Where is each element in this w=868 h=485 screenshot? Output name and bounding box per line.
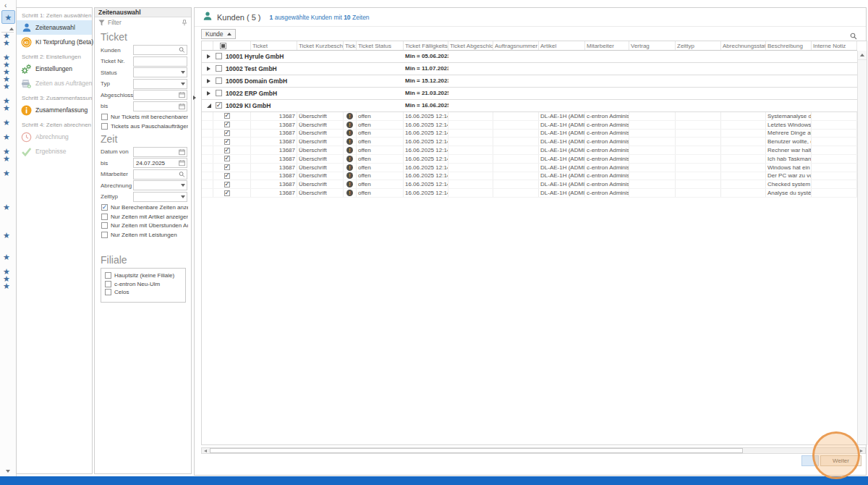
nav-item-ki-textpr-fung-beta-[interactable]: KIKI Textprüfung (Beta) xyxy=(17,35,92,49)
filter-checkbox-nur-zeiten-mit-artikel-anzeigen[interactable]: Nur Zeiten mit Artikel anzeigen xyxy=(101,214,188,220)
filter-checkbox-c-entron-neu-ulm[interactable]: c-entron Neu-Ulm xyxy=(105,281,183,287)
favorite-star-icon[interactable]: ★ xyxy=(3,155,10,162)
group-row[interactable]: 10029 KI GmbHMin = 16.06.2025... xyxy=(202,100,857,112)
checkbox[interactable] xyxy=(101,123,108,130)
chevron-down-icon[interactable] xyxy=(6,470,10,473)
scrollbar-thumb[interactable] xyxy=(210,448,743,453)
favorite-star-icon[interactable]: ★ xyxy=(3,83,10,90)
column-header-auftragsnummer[interactable]: Auftragsnummer xyxy=(493,41,539,50)
calendar-icon[interactable] xyxy=(179,160,185,166)
collapse-group-icon[interactable] xyxy=(207,104,211,108)
checkbox[interactable] xyxy=(105,289,111,295)
horizontal-scrollbar[interactable] xyxy=(201,447,866,454)
calendar-icon[interactable] xyxy=(179,103,185,109)
chevron-down-icon[interactable] xyxy=(181,83,185,85)
vertical-scrollbar[interactable] xyxy=(857,51,867,444)
calendar-icon[interactable] xyxy=(179,148,185,155)
column-header-artikel[interactable]: Artikel xyxy=(539,41,585,50)
favorite-star-icon[interactable]: ★ xyxy=(3,232,10,239)
checkbox[interactable] xyxy=(105,272,111,279)
group-checkbox[interactable] xyxy=(216,102,222,109)
checkbox[interactable] xyxy=(101,204,108,211)
calendar-icon[interactable] xyxy=(179,92,185,98)
filter-checkbox-nur-zeiten-mit-leistungen[interactable]: Nur Zeiten mit Leistungen xyxy=(101,232,188,238)
group-checkbox[interactable] xyxy=(216,90,222,96)
filter-checkbox-nur-zeiten-mit-überstunden-aufschlägen[interactable]: Nur Zeiten mit Überstunden Aufschlägen xyxy=(101,222,188,229)
column-header-ticket-status[interactable]: Ticket Status xyxy=(357,41,404,50)
select-input[interactable] xyxy=(133,79,187,89)
checkbox[interactable] xyxy=(105,281,111,287)
favorite-star-icon[interactable]: ★ xyxy=(3,169,10,177)
expand-group-icon[interactable] xyxy=(207,91,210,96)
favorite-star-icon[interactable]: ★ xyxy=(3,119,10,126)
search-icon[interactable] xyxy=(179,171,185,177)
favorite-star-selected[interactable]: ★ xyxy=(1,10,15,24)
row-checkbox[interactable] xyxy=(224,130,230,136)
search-input[interactable] xyxy=(133,45,187,55)
checkbox[interactable] xyxy=(101,222,108,229)
column-header-ticket-abgeschloss-[interactable]: Ticket Abgeschloss... xyxy=(448,41,493,50)
filter-checkbox-nur-berechenbare-zeiten-anzeigen[interactable]: Nur Berechenbare Zeiten anzeigen xyxy=(101,204,188,211)
table-row[interactable]: 13687Überschrift!offen16.06.2025 12:14DL… xyxy=(202,172,857,181)
table-row[interactable]: 13687Überschrift!offen16.06.2025 12:14DL… xyxy=(202,164,857,172)
select-all-checkbox[interactable] xyxy=(220,43,226,49)
filter-checkbox-nur-tickets-mit-berechenbaren-zeiten[interactable]: Nur Tickets mit berechenbaren Zeiten xyxy=(101,114,188,120)
row-checkbox[interactable] xyxy=(224,148,230,153)
nav-item-einstellungen[interactable]: Einstellungen xyxy=(17,62,92,76)
nav-item-zusammenfassung[interactable]: Zusammenfassung xyxy=(17,103,92,117)
nav-item-abrechnung[interactable]: Abrechnung xyxy=(17,130,92,144)
chevron-down-icon[interactable] xyxy=(181,195,185,198)
filter-checkbox-tickets-aus-pauschalaufträgen-anzeigen[interactable]: Tickets aus Pauschalaufträgen anzeigen xyxy=(101,123,188,130)
row-checkbox[interactable] xyxy=(224,182,230,187)
group-row[interactable]: 10001 Hyrule GmbHMin = 05.06.2023... xyxy=(202,51,857,63)
table-row[interactable]: 13687Überschrift!offen16.06.2025 12:14DL… xyxy=(202,155,857,164)
table-row[interactable]: 13687Überschrift!offen16.06.2025 12:14DL… xyxy=(202,112,857,121)
group-checkbox[interactable] xyxy=(216,53,222,59)
scroll-right-icon[interactable] xyxy=(859,449,864,452)
row-checkbox[interactable] xyxy=(224,190,230,196)
table-row[interactable]: 13687Überschrift!offen16.06.2025 12:14DL… xyxy=(202,146,857,155)
chevron-left-icon[interactable]: ‹ xyxy=(4,1,7,9)
chevron-down-icon[interactable] xyxy=(181,184,185,187)
group-checkbox[interactable] xyxy=(216,77,222,84)
column-header-select[interactable] xyxy=(213,41,251,50)
favorite-star-icon[interactable]: ★ xyxy=(3,282,10,290)
row-checkbox[interactable] xyxy=(224,122,230,127)
row-checkbox[interactable] xyxy=(224,139,230,145)
filter-checkbox-hauptsitz-keine-filiale-[interactable]: Hauptsitz (keine Filiale) xyxy=(105,272,183,279)
column-header-vertrag[interactable]: Vertrag xyxy=(629,41,676,50)
favorite-star-icon[interactable]: ★ xyxy=(3,104,10,111)
table-row[interactable]: 13687Überschrift!offen16.06.2025 12:14DL… xyxy=(202,180,857,189)
column-header-ticket-fälligkeitsda-[interactable]: Ticket Fälligkeitsda... xyxy=(404,41,448,50)
group-checkbox[interactable] xyxy=(216,65,222,72)
pin-icon[interactable] xyxy=(182,16,187,29)
favorite-star-icon[interactable]: ★ xyxy=(3,133,10,140)
search-icon[interactable] xyxy=(179,47,185,54)
column-header-beschreibung[interactable]: Beschreibung xyxy=(766,41,812,50)
checkbox[interactable] xyxy=(101,114,108,120)
group-row[interactable]: 10022 ERP GmbHMin = 21.03.2025... xyxy=(202,88,857,100)
scroll-up-icon[interactable] xyxy=(858,51,867,60)
weiter-button[interactable]: Weiter xyxy=(820,455,861,466)
secondary-button[interactable] xyxy=(801,455,819,466)
column-header-abrechnungsstatus[interactable]: Abrechnungsstatus xyxy=(721,41,766,50)
nav-item-zeitenauswahl[interactable]: Zeitenauswahl xyxy=(17,20,92,35)
panel-collapse-icon[interactable] xyxy=(193,96,196,100)
select-input[interactable] xyxy=(133,180,187,190)
date-input[interactable] xyxy=(133,147,187,157)
column-header-ticket-kurzbeschrei-[interactable]: Ticket Kurzbeschrei... xyxy=(297,41,344,50)
expand-group-icon[interactable] xyxy=(207,79,210,83)
scroll-left-icon[interactable] xyxy=(203,449,208,452)
column-header-mitarbeiter[interactable]: Mitarbeiter xyxy=(585,41,629,50)
search-input[interactable] xyxy=(133,169,187,180)
column-header-interne-notiz[interactable]: Interne Notiz xyxy=(812,41,857,50)
nav-item-ergebnisse[interactable]: Ergebnisse xyxy=(17,144,92,159)
favorite-star-icon[interactable]: ★ xyxy=(3,39,10,46)
favorite-star-icon[interactable]: ★ xyxy=(3,203,10,211)
favorite-star-icon[interactable]: ★ xyxy=(3,253,10,261)
table-row[interactable]: 13687Überschrift!offen16.06.2025 12:14DL… xyxy=(202,189,857,198)
column-header-expander[interactable] xyxy=(202,41,213,50)
checkbox[interactable] xyxy=(101,214,108,220)
group-by-chip-kunde[interactable]: Kunde xyxy=(201,29,236,39)
group-row[interactable]: 10002 Test GmbHMin = 11.07.2023... xyxy=(202,63,857,75)
